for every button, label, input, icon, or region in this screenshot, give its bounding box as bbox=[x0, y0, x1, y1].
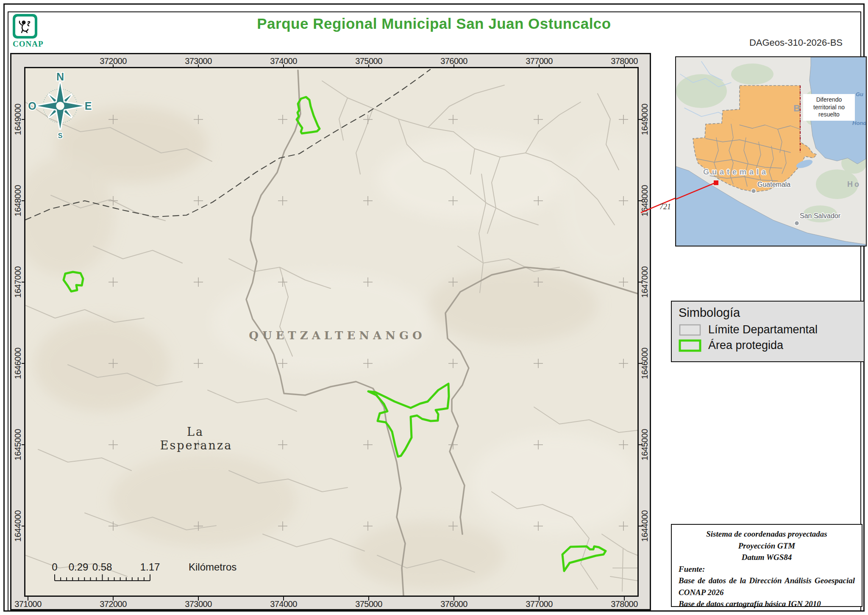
crs-line: Sistema de coordenadas proyectadas bbox=[679, 528, 855, 540]
grid-tick bbox=[368, 597, 369, 601]
source-line-1: Base de datos de la Dirección Análisis G… bbox=[679, 575, 855, 598]
legend-box: Simbología Límite Departamental Área pro… bbox=[671, 301, 865, 362]
inset-map-svg: B Guatemala Guatemala San Salvador Ho Gu… bbox=[676, 57, 866, 246]
inset-locator-map: B Guatemala Guatemala San Salvador Ho Gu… bbox=[675, 56, 867, 247]
road-number-label: 721 bbox=[659, 202, 671, 211]
credits-box: Sistema de coordenadas proyectadas Proye… bbox=[671, 524, 862, 607]
grid-tick bbox=[368, 64, 369, 68]
belize-label-fragment: B bbox=[793, 103, 800, 114]
main-map: QUETZALTENANGO La Esperanza N E O S bbox=[25, 68, 637, 596]
source-line-2: Base de datos cartografía básica IGN 201… bbox=[679, 598, 855, 610]
page-title: Parque Regional Municipal San Juan Ostun… bbox=[0, 15, 868, 32]
grid-tick bbox=[639, 444, 643, 445]
water-label-fragment-2: Hond bbox=[852, 120, 866, 126]
legend-label-departmental-limit: Límite Departamental bbox=[708, 323, 818, 336]
scale-tick-1: 0.29 bbox=[69, 561, 89, 573]
grid-tick bbox=[639, 363, 643, 364]
legend-label-protected-area: Área protegida bbox=[708, 339, 783, 352]
grid-tick bbox=[22, 444, 25, 445]
department-label: QUETZALTENANGO bbox=[249, 329, 426, 342]
grid-tick bbox=[22, 119, 25, 120]
grid-tick bbox=[639, 282, 643, 283]
guatemala-country-label: Guatemala bbox=[703, 168, 769, 176]
grid-tick bbox=[639, 119, 643, 120]
san-salvador-dot bbox=[795, 221, 799, 226]
town-label-line2: Esperanza bbox=[160, 439, 233, 452]
grid-tick bbox=[198, 64, 199, 68]
conap-logo-text: CONAP bbox=[13, 39, 38, 49]
grid-tick bbox=[22, 282, 25, 283]
grid-tick bbox=[624, 64, 625, 68]
grid-tick bbox=[539, 64, 540, 68]
scale-tick-2: 0.58 bbox=[92, 561, 112, 573]
grid-tick bbox=[22, 526, 25, 526]
san-salvador-label: San Salvador bbox=[800, 212, 841, 219]
compass-e-label: E bbox=[85, 100, 92, 112]
grid-tick bbox=[283, 597, 284, 601]
document-code: DAGeos-310-2026-BS bbox=[749, 37, 843, 48]
legend-item-departmental-limit: Límite Departamental bbox=[679, 323, 857, 336]
locator-connector-line bbox=[636, 193, 678, 218]
map-frame: QUETZALTENANGO La Esperanza N E O S bbox=[10, 53, 651, 610]
departmental-limit-swatch bbox=[679, 324, 701, 336]
projection-line: Proyección GTM bbox=[679, 540, 855, 552]
compass-o-label: O bbox=[28, 100, 36, 112]
grid-tick bbox=[453, 597, 454, 601]
datum-line: Datum WGS84 bbox=[679, 551, 855, 563]
map-location-marker bbox=[714, 180, 718, 185]
town-label-line1: La bbox=[187, 425, 204, 438]
scale-tick-3: 1.17 bbox=[140, 561, 160, 573]
source-heading: Fuente: bbox=[679, 563, 855, 575]
scale-unit-label: Kilómetros bbox=[189, 561, 236, 573]
legend-item-protected-area: Área protegida bbox=[679, 339, 857, 352]
grid-tick bbox=[639, 526, 643, 526]
protected-area-swatch bbox=[679, 339, 701, 352]
legend-title: Simbología bbox=[679, 306, 857, 320]
grid-tick bbox=[113, 597, 114, 601]
map-canvas: QUETZALTENANGO La Esperanza N E O S bbox=[24, 67, 639, 597]
grid-tick bbox=[453, 64, 454, 68]
honduras-label-fragment: Ho bbox=[847, 180, 861, 188]
compass-s-label: S bbox=[58, 132, 63, 139]
compass-n-label: N bbox=[56, 71, 64, 83]
territorial-dispute-note: Diferendo territorial no resuelto bbox=[803, 94, 855, 121]
guatemala-city-dot bbox=[751, 189, 756, 194]
grid-tick bbox=[22, 200, 25, 201]
grid-tick bbox=[28, 597, 28, 601]
grid-tick bbox=[198, 597, 199, 601]
grid-tick bbox=[624, 597, 625, 601]
scale-tick-0: 0 bbox=[52, 561, 57, 573]
grid-tick bbox=[22, 363, 25, 364]
grid-tick bbox=[113, 64, 114, 68]
grid-tick bbox=[283, 64, 284, 68]
grid-tick bbox=[539, 597, 540, 601]
guatemala-city-label: Guatemala bbox=[757, 181, 790, 188]
water-label-fragment-1: Gu bbox=[856, 91, 863, 97]
